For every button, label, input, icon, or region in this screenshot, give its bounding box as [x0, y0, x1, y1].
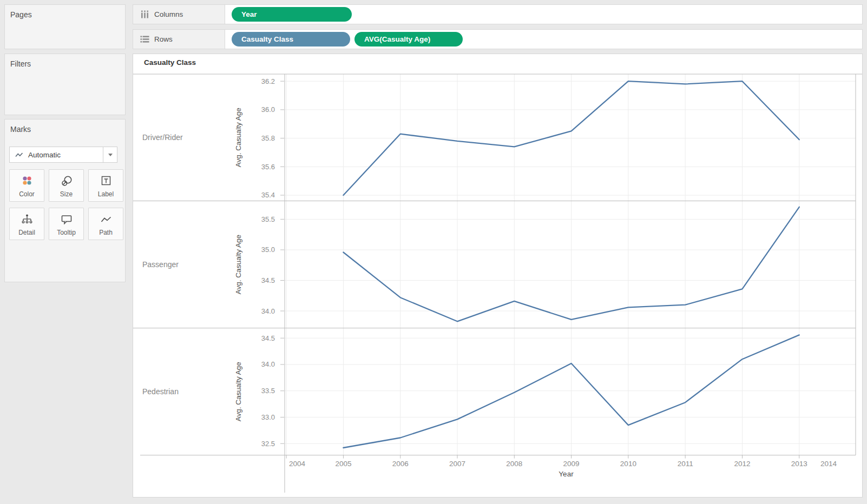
chart-canvas: 35.435.635.836.036.2Driver/RiderAvg. Cas… [133, 54, 862, 497]
columns-shelf-text: Columns [154, 10, 183, 18]
row-label: Driver/Rider [142, 133, 183, 142]
detail-button[interactable]: Detail [9, 208, 44, 240]
pill-year[interactable]: Year [232, 7, 352, 22]
mark-type-dropdown-arrow[interactable] [103, 147, 117, 162]
x-tick-label: 2004 [289, 460, 306, 468]
path-button-label: Path [99, 229, 113, 236]
filters-shelf-title: Filters [5, 54, 125, 68]
size-icon [60, 175, 73, 190]
y-tick-label: 35.8 [261, 134, 275, 142]
x-tick-label: 2013 [791, 460, 807, 468]
y-tick-label: 33.0 [261, 413, 275, 421]
x-tick-label: 2014 [820, 460, 837, 468]
pill-avg-casualty-age[interactable]: AVG(Casualty Age) [354, 32, 463, 47]
path-button[interactable]: Path [88, 208, 123, 240]
x-tick-label: 2010 [620, 460, 636, 468]
x-tick-label: 2008 [506, 460, 522, 468]
rows-shelf-text: Rows [154, 35, 173, 43]
tooltip-button-label: Tooltip [57, 229, 76, 236]
columns-shelf[interactable]: Columns Year [133, 4, 863, 24]
y-tick-label: 35.6 [261, 163, 275, 171]
columns-pills-area: Year [225, 5, 352, 24]
columns-shelf-label: Columns [133, 5, 225, 24]
y-tick-label: 32.5 [261, 440, 275, 448]
y-axis-title: Avg. Casualty Age [234, 235, 242, 294]
tableau-workspace: { "sidebar": { "pages": { "title": "Page… [0, 0, 867, 504]
x-tick-label: 2009 [563, 460, 580, 468]
line-mark-icon [15, 150, 24, 159]
pages-shelf[interactable]: Pages [4, 4, 126, 49]
path-icon [100, 213, 113, 228]
row-label: Passenger [142, 260, 179, 269]
worksheet: Casualty Class 35.435.635.836.036.2Drive… [133, 54, 863, 498]
y-axis-title: Avg. Casualty Age [234, 108, 242, 167]
color-button-label: Color [19, 190, 35, 198]
columns-icon [140, 10, 149, 18]
text-label-icon [100, 175, 112, 189]
pages-shelf-title: Pages [5, 5, 125, 19]
x-tick-label: 2012 [734, 460, 750, 468]
x-tick-label: 2006 [392, 460, 409, 468]
chevron-down-icon [108, 154, 113, 156]
detail-icon [21, 213, 34, 228]
x-tick-label: 2011 [678, 460, 693, 468]
y-tick-label: 36.0 [261, 105, 275, 114]
y-tick-label: 36.2 [261, 77, 275, 85]
rows-shelf-label: Rows [133, 30, 225, 49]
y-tick-label: 34.0 [261, 360, 275, 368]
marks-card-title: Marks [5, 120, 125, 134]
rows-pills-area: Casualty Class AVG(Casualty Age) [225, 30, 463, 49]
size-button[interactable]: Size [49, 169, 84, 202]
mark-type-dropdown[interactable]: Automatic [9, 147, 117, 163]
marks-card: Marks Automatic Color Size La [4, 119, 126, 282]
filters-shelf[interactable]: Filters [4, 54, 126, 115]
pill-casualty-class[interactable]: Casualty Class [232, 32, 350, 47]
tooltip-icon [60, 213, 73, 228]
row-label: Pedestrian [142, 387, 179, 396]
x-tick-label: 2007 [449, 460, 465, 468]
mark-type-value: Automatic [28, 151, 103, 159]
tooltip-button[interactable]: Tooltip [49, 208, 84, 240]
y-tick-label: 34.0 [261, 307, 275, 315]
y-tick-label: 34.5 [261, 334, 275, 342]
x-tick-label: 2005 [335, 460, 351, 468]
y-tick-label: 34.5 [261, 276, 275, 284]
y-axis-title: Avg. Casualty Age [234, 362, 242, 421]
label-button[interactable]: Label [88, 169, 123, 202]
size-button-label: Size [60, 190, 73, 198]
rows-shelf[interactable]: Rows Casualty Class AVG(Casualty Age) [133, 29, 863, 49]
color-icon [21, 175, 33, 189]
label-button-label: Label [98, 190, 114, 198]
y-tick-label: 35.5 [261, 215, 275, 223]
x-axis-title: Year [559, 470, 574, 478]
y-tick-label: 35.4 [261, 191, 275, 199]
detail-button-label: Detail [18, 229, 35, 236]
y-tick-label: 35.0 [261, 246, 275, 254]
rows-icon [140, 35, 149, 43]
color-button[interactable]: Color [9, 169, 44, 202]
y-tick-label: 33.5 [261, 387, 275, 395]
